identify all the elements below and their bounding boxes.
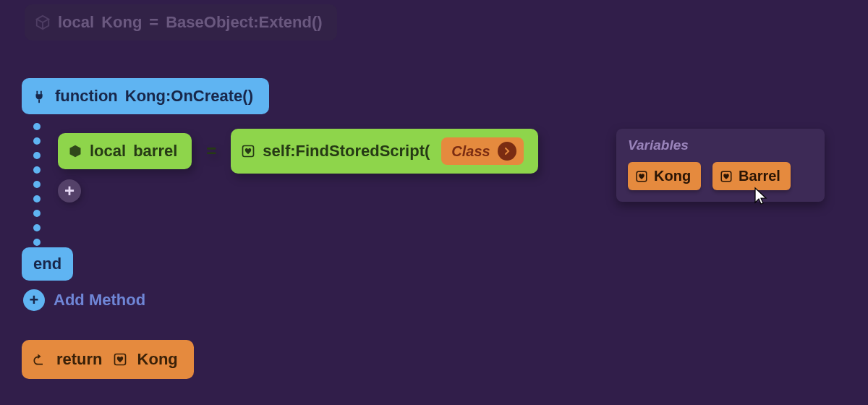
plus-icon: + [64,181,75,201]
cube-icon [35,14,51,30]
slot-label: Class [451,143,490,160]
method-call-text: self:FindStoredScript( [263,142,430,161]
script-heart-icon [720,170,733,183]
connector-dots [33,116,35,246]
class-name: Kong [101,13,142,32]
variables-popup: Variables Kong Barrel [616,129,825,202]
keyword-end: end [33,255,61,273]
variable-chip-label: Barrel [739,168,780,184]
cube-icon [68,144,82,158]
local-barrel-block[interactable]: local barrel [58,133,192,169]
return-block[interactable]: return Kong [22,340,194,379]
variable-chip-kong[interactable]: Kong [628,162,701,190]
add-method-button[interactable]: + Add Method [23,289,145,311]
chevron-right-icon [503,147,511,155]
function-signature: Kong:OnCreate() [125,87,253,106]
keyword-function: function [55,87,118,106]
variables-popup-title: Variables [628,137,814,153]
expand-slot-button[interactable] [498,142,516,161]
equals: = [206,141,216,161]
script-heart-icon [241,144,255,158]
keyword-local: local [58,13,94,32]
function-header-block[interactable]: function Kong:OnCreate() [22,78,269,114]
class-declaration-block[interactable]: local Kong = BaseObject:Extend() [25,4,337,40]
variable-chip-barrel[interactable]: Barrel [712,162,791,190]
end-block[interactable]: end [22,247,73,281]
return-value: Kong [137,350,178,369]
keyword-return: return [56,350,103,369]
local-variable-row: local barrel = self:FindStoredScript( Cl… [58,129,538,174]
plug-icon [32,88,48,104]
svg-rect-0 [38,100,40,103]
add-line-button[interactable]: + [58,179,81,202]
variable-chip-label: Kong [654,168,691,184]
script-heart-icon [635,170,648,183]
script-heart-icon [113,352,127,367]
class-argument-slot[interactable]: Class [441,137,523,165]
base-extend: BaseObject:Extend() [166,13,322,32]
variable-name: barrel [133,142,177,161]
keyword-local: local [90,142,126,161]
plus-circle-icon: + [23,289,45,311]
return-arrow-icon [32,352,46,367]
equals: = [149,13,158,32]
add-method-label: Add Method [54,291,145,310]
find-stored-script-call[interactable]: self:FindStoredScript( Class [231,129,537,174]
